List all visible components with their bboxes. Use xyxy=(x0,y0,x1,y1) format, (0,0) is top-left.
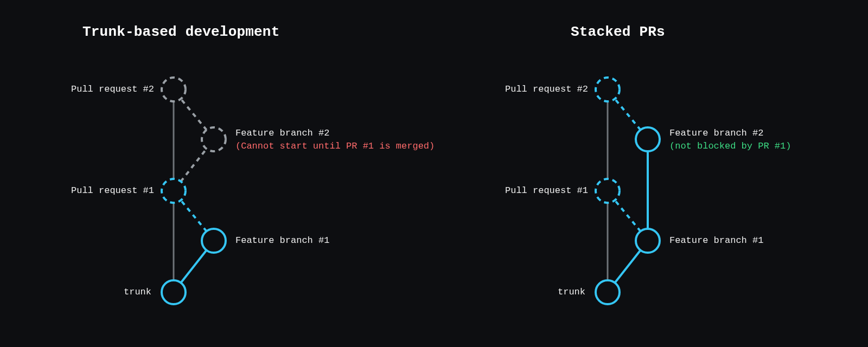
left-label-pr1: Pull request #1 xyxy=(71,185,154,196)
right-node-pr1 xyxy=(596,179,620,203)
left-node-pr1 xyxy=(162,179,186,203)
right-label-pr2: Pull request #2 xyxy=(505,84,588,94)
left-label-fb2-note: (Cannot start until PR #1 is merged) xyxy=(235,141,435,151)
right-edge-trunk-fb1 xyxy=(615,250,641,283)
left-label-pr2: Pull request #2 xyxy=(71,84,154,94)
left-edge-pr1-fb2 xyxy=(181,149,207,182)
right-label-fb2-note: (not blocked by PR #1) xyxy=(669,141,791,151)
right-node-pr2 xyxy=(596,78,620,101)
left-node-pr2 xyxy=(162,78,186,101)
right-edge-fb2-pr2 xyxy=(615,99,641,130)
right-edge-fb1-pr1 xyxy=(615,200,641,232)
left-node-trunk xyxy=(162,280,186,304)
left-edge-fb1-pr1 xyxy=(181,200,207,232)
left-label-trunk: trunk xyxy=(124,287,151,297)
left-edge-fb2-pr2 xyxy=(181,99,207,130)
left-edge-trunk-fb1 xyxy=(181,250,207,283)
right-node-fb2 xyxy=(636,127,660,151)
right-label-fb2: Feature branch #2 xyxy=(669,128,763,138)
right-node-fb1 xyxy=(636,229,660,253)
left-node-fb2 xyxy=(202,127,226,151)
right-label-trunk: trunk xyxy=(558,287,585,297)
left-label-fb1: Feature branch #1 xyxy=(235,235,329,246)
left-label-fb2: Feature branch #2 xyxy=(235,128,329,138)
right-label-pr1: Pull request #1 xyxy=(505,185,588,196)
right-node-trunk xyxy=(596,280,620,304)
right-label-fb1: Feature branch #1 xyxy=(669,235,763,246)
left-node-fb1 xyxy=(202,229,226,253)
